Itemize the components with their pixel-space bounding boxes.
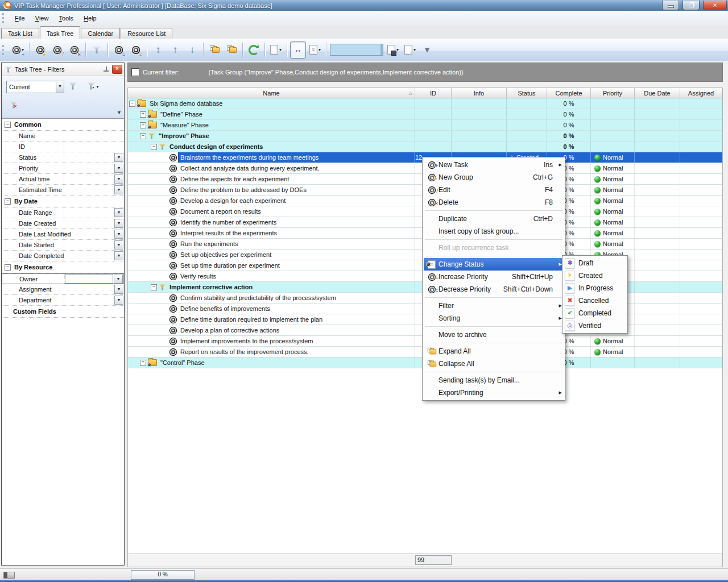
menu-item-insert-copy-of-task-group[interactable]: Insert copy of task group... bbox=[424, 225, 564, 238]
filter-field-assignment[interactable]: Assignment▼ bbox=[2, 284, 124, 295]
layout-combobox[interactable] bbox=[330, 44, 383, 56]
layout-button-dropdown[interactable]: ▾ bbox=[318, 47, 321, 52]
menu-item-expand-all[interactable]: −Expand All bbox=[424, 345, 564, 357]
fit-columns-button[interactable]: ↔ bbox=[290, 41, 306, 59]
delete-layout-button[interactable]: ▾ bbox=[402, 41, 418, 59]
menu-item-decrease-priority[interactable]: ≡Decrease PriorityShift+Ctrl+Down bbox=[424, 283, 564, 296]
chevron-down-icon[interactable]: ▼ bbox=[114, 251, 123, 260]
window-titlebar[interactable]: VIP Task Manager Professional [ User: Ad… bbox=[0, 0, 728, 11]
menu-item-duplicate[interactable]: DuplicateCtrl+D bbox=[424, 213, 564, 225]
menu-item-roll-up-recurrence-task[interactable]: Roll up recurrence task bbox=[424, 242, 564, 254]
filter-field-department[interactable]: Department▼ bbox=[2, 295, 124, 306]
export-button-dropdown[interactable]: ▾ bbox=[279, 47, 282, 52]
chevron-down-icon[interactable]: ▼ bbox=[114, 296, 123, 305]
filter-field-date-completed[interactable]: Date Completed▼ bbox=[2, 251, 124, 261]
current-filter-checkbox[interactable] bbox=[131, 68, 139, 76]
filter-field-id[interactable]: ID bbox=[2, 142, 124, 152]
column-header-id[interactable]: ID bbox=[415, 88, 452, 98]
refresh-button[interactable] bbox=[246, 41, 262, 59]
tab-calendar[interactable]: Calendar bbox=[81, 28, 120, 39]
chevron-down-icon[interactable]: ▾ bbox=[96, 84, 98, 89]
menu-tools[interactable]: Tools bbox=[53, 13, 78, 24]
menu-file[interactable]: File bbox=[10, 13, 30, 24]
menu-item-sorting[interactable]: Sorting▶ bbox=[424, 312, 564, 325]
increase-priority-button[interactable]: ≡ bbox=[128, 41, 144, 59]
filter-field-name[interactable]: Name bbox=[2, 131, 124, 142]
filter-field-status[interactable]: Status▼ bbox=[2, 152, 124, 163]
column-header-complete[interactable]: Complete bbox=[547, 88, 591, 98]
move-task-button[interactable]: ↕ bbox=[150, 41, 166, 59]
menu-item-move-to-archive[interactable]: Move to archive bbox=[424, 329, 564, 341]
menu-item-cancelled[interactable]: ✖Cancelled bbox=[564, 294, 626, 307]
menu-item-change-status[interactable]: ≡Change Status▶ bbox=[424, 258, 564, 271]
task-row[interactable]: −"Improve" Phase0 % bbox=[128, 131, 722, 142]
apply-filter-button[interactable] bbox=[65, 79, 80, 94]
tab-task-tree[interactable]: Task Tree bbox=[40, 26, 81, 39]
toolbar-grip[interactable] bbox=[2, 45, 6, 55]
close-button[interactable]: × bbox=[703, 1, 727, 10]
chevron-down-icon[interactable]: ▼ bbox=[114, 240, 123, 250]
filter-field-priority[interactable]: Priority▼ bbox=[2, 163, 124, 174]
filter-field-date-started[interactable]: Date Started▼ bbox=[2, 240, 124, 251]
column-header-status[interactable]: Status bbox=[507, 88, 547, 98]
menu-item-created[interactable]: ☀Created bbox=[564, 269, 626, 282]
expand-toggle[interactable]: + bbox=[140, 360, 146, 366]
save-layout-button[interactable]: ▾ bbox=[385, 41, 401, 59]
filters-toolbar-overflow[interactable]: ▼ bbox=[117, 110, 122, 115]
tab-resource-list[interactable]: Resource List bbox=[121, 28, 172, 39]
menu-item-collapse-all[interactable]: +Collapse All bbox=[424, 357, 564, 370]
chevron-down-icon[interactable]: ▼ bbox=[114, 153, 123, 162]
filter-preset-combobox[interactable]: Current ▼ bbox=[6, 81, 64, 93]
menu-item-sending-task-s-by-email[interactable]: Sending task(s) by Email... bbox=[424, 374, 564, 386]
menu-item-export-printing[interactable]: Export/Printing▶ bbox=[424, 386, 564, 399]
save-filter-button[interactable]: ▪ ▾ bbox=[82, 79, 103, 94]
collapse-toggle[interactable]: − bbox=[5, 198, 11, 205]
menu-item-verified[interactable]: ◎Verified bbox=[564, 319, 626, 332]
expand-toggle[interactable]: + bbox=[140, 111, 146, 118]
toolbar-options-button[interactable]: ▾ bbox=[419, 41, 435, 59]
new-task-button[interactable]: +▾ bbox=[10, 41, 26, 59]
menu-view[interactable]: View bbox=[30, 13, 54, 24]
chevron-down-icon[interactable]: ▼ bbox=[114, 230, 123, 239]
task-row[interactable]: +"Define" Phase0 % bbox=[128, 109, 722, 120]
menu-item-delete[interactable]: ×DeleteF8 bbox=[424, 196, 564, 209]
move-up-button[interactable]: ↑ bbox=[167, 41, 183, 59]
collapse-toggle[interactable]: − bbox=[5, 122, 11, 128]
menu-item-filter[interactable]: Filter▶ bbox=[424, 300, 564, 312]
expand-all-button[interactable]: + bbox=[224, 41, 239, 59]
menu-item-increase-priority[interactable]: ≡Increase PriorityShift+Ctrl+Up bbox=[424, 271, 564, 283]
chevron-down-icon[interactable]: ▼ bbox=[114, 174, 123, 184]
menu-item-completed[interactable]: ✔Completed bbox=[564, 307, 626, 319]
new-group-button[interactable]: ★ bbox=[32, 41, 48, 59]
collapse-toggle[interactable]: − bbox=[5, 264, 11, 271]
menubar-grip[interactable] bbox=[2, 13, 6, 23]
collapse-toggle[interactable]: − bbox=[151, 284, 157, 290]
chevron-down-icon[interactable]: ▼ bbox=[114, 185, 123, 194]
filter-field-estimated-time[interactable]: Estimated Time▼ bbox=[2, 185, 124, 196]
task-row[interactable]: −Conduct design of experiments0 % bbox=[128, 142, 722, 152]
column-header-assigned[interactable]: Assigned bbox=[680, 88, 722, 98]
column-header-info[interactable]: Info bbox=[452, 88, 507, 98]
menu-item-new-task[interactable]: +New TaskIns▶ bbox=[424, 159, 564, 171]
chevron-down-icon[interactable]: ▼ bbox=[114, 219, 123, 228]
column-header-name[interactable]: Name△ bbox=[128, 88, 415, 98]
chevron-down-icon[interactable]: ▼ bbox=[56, 81, 64, 93]
menu-item-new-group[interactable]: ★New GroupCtrl+G bbox=[424, 171, 564, 184]
collapse-toggle[interactable]: − bbox=[140, 133, 146, 139]
layout-button[interactable]: ≡▾ bbox=[307, 41, 323, 59]
filter-button[interactable] bbox=[89, 41, 105, 59]
decrease-priority-button[interactable]: ≡ bbox=[111, 41, 127, 59]
menu-help[interactable]: Help bbox=[78, 13, 102, 24]
filter-field-owner[interactable]: Owner▼ bbox=[2, 273, 124, 284]
export-button[interactable]: ▾ bbox=[268, 41, 284, 59]
chevron-down-icon[interactable]: ▼ bbox=[114, 285, 123, 294]
column-header-due-date[interactable]: Due Date bbox=[635, 88, 680, 98]
filter-field-date-range[interactable]: Date Range▼ bbox=[2, 207, 124, 218]
minimize-button[interactable] bbox=[662, 1, 679, 10]
task-row[interactable]: +"Measure" Phase0 % bbox=[128, 120, 722, 131]
chevron-down-icon[interactable]: ▼ bbox=[114, 208, 123, 217]
restore-button[interactable] bbox=[682, 1, 700, 10]
chevron-down-icon[interactable]: ▼ bbox=[114, 164, 123, 173]
expand-toggle[interactable]: + bbox=[140, 122, 146, 128]
filter-field-actual-time[interactable]: Actual time▼ bbox=[2, 174, 124, 185]
